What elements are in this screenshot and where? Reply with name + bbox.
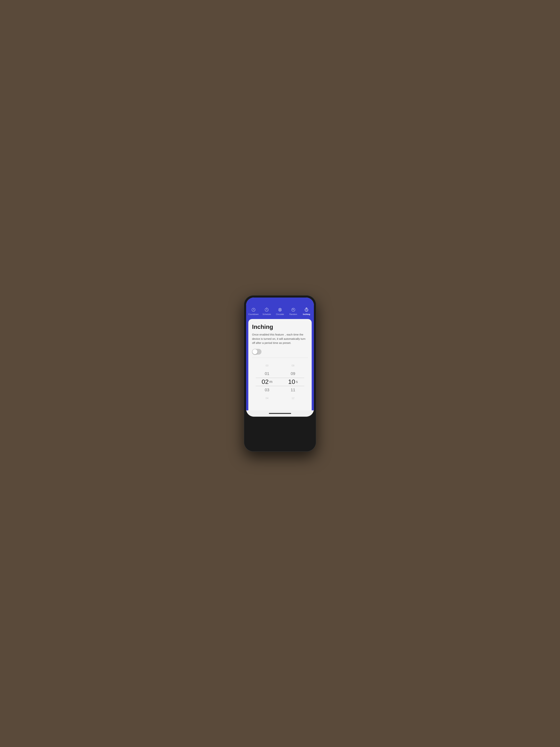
- tab-random[interactable]: Random: [287, 307, 300, 315]
- inching-description: Once enabled this feature，each time the …: [252, 333, 308, 345]
- minutes-plus1: 03: [258, 386, 276, 394]
- status-bar: [246, 298, 314, 306]
- inching-card: Inching Once enabled this feature，each t…: [248, 319, 312, 410]
- phone-frame: Countdown Schedule: [244, 295, 316, 452]
- minutes-unit: m: [269, 380, 273, 384]
- seconds-selected: 10 s: [284, 378, 302, 386]
- seconds-unit: s: [296, 380, 298, 384]
- tab-countdown-label: Countdown: [248, 313, 259, 315]
- tab-countdown[interactable]: Countdown: [247, 307, 260, 315]
- time-picker[interactable]: 00 01 02 m 03 04 08 09 10: [252, 361, 308, 402]
- minutes-plus2: 04: [258, 394, 276, 402]
- minutes-minus1: 01: [258, 369, 276, 378]
- schedule-icon: [264, 307, 269, 312]
- toggle-row: [252, 349, 308, 355]
- phone-screen: Countdown Schedule: [246, 298, 314, 417]
- countdown-icon: [251, 307, 256, 312]
- circulate-icon: [277, 307, 283, 312]
- minutes-column[interactable]: 00 01 02 m 03 04: [258, 361, 276, 402]
- seconds-minus2: 08: [284, 361, 302, 369]
- tab-circulate-label: Circulate: [276, 313, 284, 315]
- inching-icon: [304, 307, 309, 312]
- tab-bar: Countdown Schedule: [246, 306, 314, 317]
- tab-inching[interactable]: Inching: [300, 307, 313, 315]
- content-area: Inching Once enabled this feature，each t…: [246, 317, 314, 410]
- minutes-selected: 02 m: [258, 378, 276, 386]
- svg-point-8: [293, 309, 293, 309]
- tab-inching-label: Inching: [303, 313, 310, 315]
- seconds-plus2: 12: [284, 394, 302, 402]
- inching-toggle[interactable]: [252, 349, 262, 355]
- seconds-column[interactable]: 08 09 10 s 11 12: [284, 361, 302, 402]
- random-icon: [291, 307, 296, 312]
- home-indicator: [246, 410, 314, 417]
- tab-schedule-label: Schedule: [262, 313, 271, 315]
- tab-schedule[interactable]: Schedule: [260, 307, 273, 315]
- inching-title: Inching: [252, 324, 308, 330]
- home-bar: [269, 413, 291, 414]
- tab-random-label: Random: [289, 313, 297, 315]
- minutes-minus2: 00: [258, 361, 276, 369]
- seconds-plus1: 11: [284, 386, 302, 394]
- tab-circulate[interactable]: Circulate: [273, 307, 287, 315]
- seconds-minus1: 09: [284, 369, 302, 378]
